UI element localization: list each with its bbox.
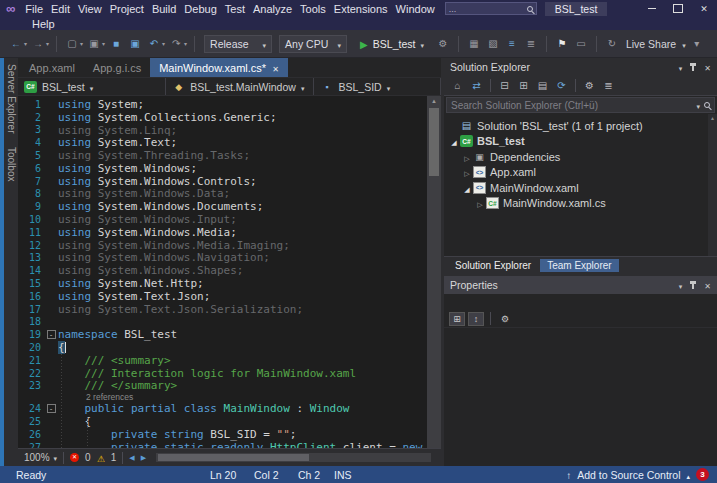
menu-debug[interactable]: Debug xyxy=(180,3,220,15)
code-line[interactable]: 27 private static readonly HttpClient cl… xyxy=(18,441,427,448)
collapse-arrow-icon[interactable] xyxy=(448,135,460,147)
sync-icon[interactable]: ⇄ xyxy=(468,80,485,91)
collapse-arrow-icon[interactable] xyxy=(461,182,473,194)
menu-test[interactable]: Test xyxy=(221,3,249,15)
code-line[interactable]: 8using System.Windows.Data; xyxy=(18,188,427,201)
solution-explorer-panel-tab[interactable]: Solution Explorer xyxy=(448,259,538,272)
tree-item-app-xaml[interactable]: App.xaml xyxy=(444,165,717,181)
menu-file[interactable]: File xyxy=(21,3,47,15)
tree-item-bsl-test[interactable]: BSL_test xyxy=(444,134,717,150)
code-line[interactable]: 26 private string BSL_SID = ""; xyxy=(18,428,427,441)
quick-search-box[interactable]: ... xyxy=(445,2,537,15)
errors-icon[interactable] xyxy=(70,453,79,462)
collapse-all-icon[interactable]: ⊟ xyxy=(496,80,513,91)
navigate-back-icon[interactable]: ◀ xyxy=(129,454,134,462)
overflow-icon[interactable]: ▾ xyxy=(689,38,705,49)
task-list-icon[interactable]: ≣ xyxy=(523,38,539,49)
wrench-icon[interactable]: ⚙ xyxy=(497,312,513,326)
alphabetical-icon[interactable]: ↕ xyxy=(468,312,484,326)
maximize-button[interactable] xyxy=(665,0,691,16)
scroll-up-icon[interactable]: ▲ xyxy=(427,96,441,106)
codelens-row[interactable]: 2 references xyxy=(18,392,427,402)
code-line[interactable]: 19namespace BSL_test xyxy=(18,328,427,341)
zoom-control[interactable]: 100% xyxy=(24,452,57,463)
line-list-icon[interactable]: ≡ xyxy=(504,38,520,49)
save-all-icon[interactable]: ▣ xyxy=(127,38,143,49)
tab-app-xaml[interactable]: App.xaml xyxy=(20,58,84,77)
code-line[interactable]: 4using System.Text; xyxy=(18,136,427,149)
start-debug-button[interactable]: BSL_test xyxy=(354,35,430,53)
expand-arrow-icon[interactable] xyxy=(474,197,486,209)
minimize-button[interactable] xyxy=(639,0,665,16)
code-line[interactable]: 5using System.Threading.Tasks; xyxy=(18,149,427,162)
navbar-type-dropdown[interactable]: BSL_test.MainWindow xyxy=(166,78,314,95)
redo-icon[interactable]: ↷ xyxy=(168,38,184,49)
solution-explorer-search[interactable] xyxy=(446,97,715,113)
code-line[interactable]: 1using System; xyxy=(18,98,427,111)
code-lines[interactable]: 1using System;2using System.Collections.… xyxy=(18,96,427,448)
nav-back-icon[interactable]: ← xyxy=(8,38,24,49)
code-line[interactable]: 2using System.Collections.Generic; xyxy=(18,111,427,124)
code-line[interactable]: 20{ xyxy=(18,341,427,354)
expand-arrow-icon[interactable] xyxy=(461,151,473,163)
preview-icon[interactable]: ≣ xyxy=(600,80,617,91)
menu-build[interactable]: Build xyxy=(148,3,180,15)
scrollbar-thumb[interactable] xyxy=(158,454,309,461)
code-line[interactable]: 24 public partial class MainWindow : Win… xyxy=(18,402,427,415)
code-line[interactable]: 25 { xyxy=(18,415,427,428)
server-explorer-tab[interactable]: Server Explorer xyxy=(6,64,17,133)
save-icon[interactable]: ■ xyxy=(108,38,124,49)
tree-item-solution-bsl-test-1-of-1-project-[interactable]: Solution 'BSL_test' (1 of 1 project) xyxy=(444,118,717,134)
code-block-2-icon[interactable]: ▧ xyxy=(485,38,501,49)
new-project-icon[interactable]: ▢ xyxy=(64,38,80,49)
code-block-1-icon[interactable]: ▦ xyxy=(466,38,482,49)
box-outline-icon[interactable]: ▭ xyxy=(573,38,589,49)
wrench-icon[interactable]: ⚙ xyxy=(581,80,598,91)
vertical-scrollbar[interactable]: ▲ xyxy=(427,96,441,448)
code-line[interactable]: 13using System.Windows.Navigation; xyxy=(18,252,427,265)
window-menu-icon[interactable] xyxy=(679,279,683,291)
show-all-files-icon[interactable]: ▤ xyxy=(534,80,551,91)
close-tab-icon[interactable] xyxy=(272,62,279,74)
categorized-icon[interactable]: ⊞ xyxy=(449,312,465,326)
tree-item-mainwindow-xaml-cs[interactable]: MainWindow.xaml.cs xyxy=(444,196,717,212)
properties-page-icon[interactable]: ⊞ xyxy=(515,80,532,91)
warnings-icon[interactable] xyxy=(97,452,105,464)
bookmark-flag-icon[interactable]: ⚑ xyxy=(554,38,570,49)
horizontal-scrollbar[interactable] xyxy=(156,453,431,462)
navbar-project-dropdown[interactable]: BSL_test xyxy=(18,78,166,95)
toolbox-tab[interactable]: Toolbox xyxy=(6,147,17,181)
close-icon[interactable] xyxy=(704,61,711,73)
platform-dropdown[interactable]: Any CPU xyxy=(279,35,347,53)
collapse-icon[interactable] xyxy=(47,330,56,339)
menu-extensions[interactable]: Extensions xyxy=(330,3,392,15)
menu-project[interactable]: Project xyxy=(106,3,148,15)
notifications-badge[interactable]: 3 xyxy=(696,468,709,481)
menu-window[interactable]: Window xyxy=(392,3,439,15)
navigate-forward-icon[interactable]: ▶ xyxy=(141,454,146,462)
tree-item-dependencies[interactable]: Dependencies xyxy=(444,149,717,165)
navbar-member-dropdown[interactable]: BSL_SID xyxy=(314,78,441,95)
window-menu-icon[interactable] xyxy=(679,61,683,73)
scroll-up-icon[interactable]: ▲ xyxy=(708,114,717,123)
configuration-dropdown[interactable]: Release xyxy=(204,35,272,53)
refresh-icon[interactable]: ⟳ xyxy=(553,80,570,91)
tree-item-mainwindow-xaml[interactable]: MainWindow.xaml xyxy=(444,180,717,196)
code-line[interactable]: 14using System.Windows.Shapes; xyxy=(18,264,427,277)
nav-forward-icon[interactable]: → xyxy=(30,38,46,49)
close-button[interactable] xyxy=(691,0,717,16)
add-to-source-control-button[interactable]: Add to Source Control xyxy=(577,469,680,481)
build-settings-icon[interactable]: ⚙ xyxy=(435,38,451,49)
panel-scrollbar[interactable]: ▲ xyxy=(708,114,717,256)
search-input[interactable] xyxy=(451,100,692,111)
scrollbar-thumb[interactable] xyxy=(429,108,439,176)
collapse-icon[interactable] xyxy=(47,404,56,413)
pin-icon[interactable] xyxy=(692,64,694,71)
code-line[interactable]: 12using System.Windows.Media.Imaging; xyxy=(18,239,427,252)
code-line[interactable]: 11using System.Windows.Media; xyxy=(18,226,427,239)
code-line[interactable]: 16using System.Text.Json; xyxy=(18,290,427,303)
code-editor[interactable]: 1using System;2using System.Collections.… xyxy=(18,96,441,448)
code-line[interactable]: 22 /// Interaction logic for MainWindow.… xyxy=(18,367,427,380)
code-line[interactable]: 21 /// <summary> xyxy=(18,354,427,367)
menu-analyze[interactable]: Analyze xyxy=(249,3,296,15)
